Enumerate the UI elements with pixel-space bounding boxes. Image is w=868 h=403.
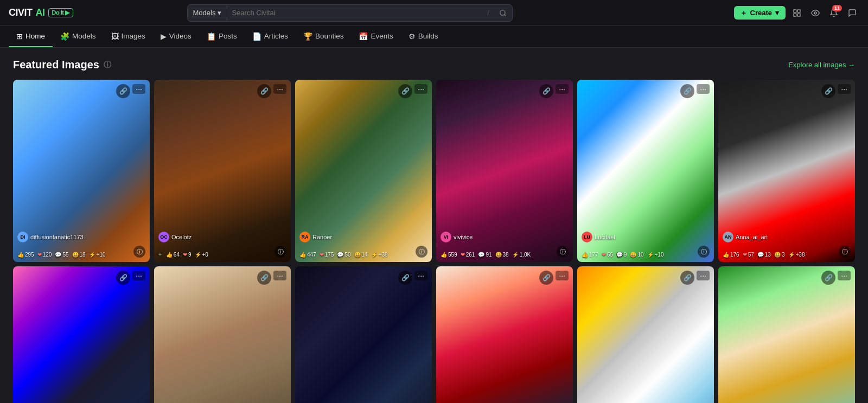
image-card[interactable]: ···🔗RARanoer👍447❤175💬50😀14⚡+38ⓘ — [295, 80, 432, 262]
card-info-button[interactable]: ⓘ — [416, 246, 427, 258]
card-link-button[interactable]: 🔗 — [821, 84, 835, 98]
stat-icon: 👍 — [299, 252, 306, 258]
card-menu-button[interactable]: ··· — [414, 271, 427, 280]
nav-home-label: Home — [25, 32, 45, 40]
image-card[interactable]: ···🔗ANAnna_ai_art👍176❤57💬13😀3⚡+38ⓘ — [718, 80, 855, 262]
nav-item-events[interactable]: 📅 Events — [351, 26, 400, 47]
stat-value: 9 — [624, 252, 627, 258]
card-link-button[interactable]: 🔗 — [116, 271, 130, 285]
nav-item-posts[interactable]: 📋 Posts — [199, 26, 245, 47]
card-info-button[interactable]: ⓘ — [557, 246, 569, 258]
username: Lucifael — [595, 234, 615, 240]
card-menu-button[interactable]: ··· — [838, 84, 851, 94]
stat-item: 💬9 — [616, 252, 627, 258]
stat-item: ❤175 — [320, 252, 334, 258]
section-title-group: Featured Images ⓘ — [13, 59, 111, 71]
nav-posts-label: Posts — [219, 32, 237, 40]
image-card[interactable]: ···🔗LULucifael👍177❤65💬9😀10⚡+10ⓘ — [577, 80, 714, 262]
card-menu-button[interactable]: ··· — [132, 84, 145, 94]
search-model-dropdown[interactable]: Models ▾ — [188, 5, 228, 21]
card-user: DIdiffusionfanatic1173 — [17, 232, 84, 242]
create-button[interactable]: Create ▾ — [734, 6, 786, 20]
card-menu-button[interactable]: ··· — [697, 84, 710, 94]
nav-images-label: Images — [122, 32, 145, 40]
image-grid-row1: ···🔗DIdiffusionfanatic1173👍295❤120💬55😀18… — [13, 80, 855, 262]
nav-item-images[interactable]: 🖼 Images — [104, 26, 153, 47]
notification-button[interactable]: 11 — [827, 6, 841, 20]
card-menu-button[interactable]: ··· — [273, 84, 286, 94]
card-info-button[interactable]: ⓘ — [698, 246, 710, 258]
card-user: ANAnna_ai_art — [723, 232, 768, 242]
stat-icon: 😀 — [495, 252, 502, 258]
image-card[interactable]: ···🔗DIdiffusionfanatic1173👍295❤120💬55😀18… — [13, 80, 150, 262]
card-link-button[interactable]: 🔗 — [257, 84, 271, 98]
avatar: LU — [582, 232, 592, 242]
card-menu-button[interactable]: ··· — [556, 271, 569, 280]
image-card[interactable]: ···🔗BAbadsprongdonsⓘ — [13, 266, 150, 403]
card-link-button[interactable]: 🔗 — [398, 271, 412, 285]
card-menu-button[interactable]: ··· — [556, 84, 569, 94]
image-card[interactable]: ···🔗HYHyperActive84ⓘ — [154, 266, 291, 403]
card-link-button[interactable]: 🔗 — [680, 271, 694, 285]
logo[interactable]: CIVITAI Do It ▶ — [9, 7, 73, 18]
card-info-button[interactable]: ⓘ — [133, 246, 145, 258]
stat-icon: 👍 — [723, 252, 729, 258]
image-card[interactable]: ···🔗NANaomiVKⓘ — [436, 266, 573, 403]
logo-badge[interactable]: Do It ▶ — [48, 8, 73, 17]
search-button[interactable] — [494, 5, 512, 21]
builds-icon: ⚙ — [409, 32, 416, 41]
card-info-button[interactable]: ⓘ — [275, 246, 286, 258]
explore-all-link[interactable]: Explore all images → — [788, 61, 855, 69]
stat-item: 👍295 — [17, 252, 34, 258]
card-user: VIvivivice — [441, 232, 473, 242]
card-link-button[interactable]: 🔗 — [821, 271, 835, 285]
card-link-button[interactable]: 🔗 — [539, 84, 553, 98]
image-card[interactable]: ···🔗MEmechmaniak888ⓘ — [718, 266, 855, 403]
card-menu-button[interactable]: ··· — [697, 271, 710, 280]
svg-point-6 — [814, 12, 816, 14]
card-menu-button[interactable]: ··· — [414, 84, 427, 94]
nav-item-videos[interactable]: ▶ Videos — [153, 26, 199, 47]
username: vivivice — [454, 234, 473, 240]
card-link-button[interactable]: 🔗 — [398, 84, 412, 98]
nav-events-label: Events — [371, 32, 393, 40]
layout-button[interactable] — [790, 6, 804, 20]
stat-item: 😀38 — [495, 252, 509, 258]
image-card[interactable]: ···🔗FRfrostedgoldconsⓘ — [577, 266, 714, 403]
eye-button[interactable] — [808, 6, 822, 20]
svg-point-0 — [500, 10, 505, 15]
card-link-button[interactable]: 🔗 — [257, 271, 271, 285]
card-menu-button[interactable]: ··· — [132, 271, 145, 280]
card-stats: +👍64❤9⚡+0 — [158, 252, 208, 258]
card-menu-button[interactable]: ··· — [838, 271, 851, 280]
stat-item: 👍447 — [299, 252, 316, 258]
home-icon: ⊞ — [16, 32, 23, 41]
main-nav: ⊞ Home 🧩 Models 🖼 Images ▶ Videos 📋 Post… — [0, 26, 868, 48]
card-menu-button[interactable]: ··· — [273, 271, 286, 280]
nav-item-bounties[interactable]: 🏆 Bounties — [296, 26, 352, 47]
card-info-button[interactable]: ⓘ — [839, 246, 851, 258]
stat-value: 13 — [765, 252, 771, 258]
image-card[interactable]: ···🔗VIvivivice👍559❤261💬91😀38⚡1.0Kⓘ — [436, 80, 573, 262]
nav-item-home[interactable]: ⊞ Home — [9, 26, 53, 47]
nav-item-models[interactable]: 🧩 Models — [53, 26, 104, 47]
stat-icon: ⚡ — [89, 252, 95, 258]
section-header: Featured Images ⓘ Explore all images → — [13, 59, 855, 71]
card-link-button[interactable]: 🔗 — [539, 271, 553, 285]
logo-civit-text: CIVIT — [9, 7, 33, 18]
image-card[interactable]: ···🔗FAFallenIncursioⓘ — [295, 266, 432, 403]
stat-value: 14 — [362, 252, 368, 258]
search-input[interactable] — [227, 9, 483, 17]
stat-value: 91 — [486, 252, 492, 258]
messages-button[interactable] — [845, 6, 859, 20]
image-card[interactable]: ···🔗OCOcelotz+👍64❤9⚡+0ⓘ — [154, 80, 291, 262]
svg-rect-4 — [794, 14, 796, 16]
nav-item-builds[interactable]: ⚙ Builds — [401, 26, 446, 47]
info-icon[interactable]: ⓘ — [104, 60, 111, 70]
nav-item-articles[interactable]: 📄 Articles — [245, 26, 296, 47]
stat-item: ❤261 — [461, 252, 475, 258]
card-link-button[interactable]: 🔗 — [116, 84, 130, 98]
header: CIVITAI Do It ▶ Models ▾ / Create ▾ — [0, 0, 868, 26]
stat-value: 64 — [174, 252, 180, 258]
card-link-button[interactable]: 🔗 — [680, 84, 694, 98]
